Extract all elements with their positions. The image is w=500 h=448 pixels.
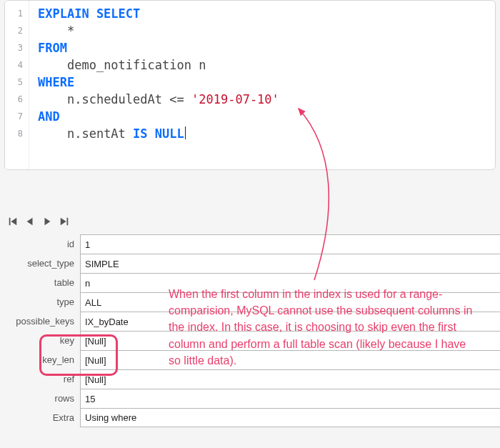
text-cursor [185, 126, 186, 139]
line-number: 4 [5, 56, 29, 74]
sql-keyword-explain-select: EXPLAIN SELECT [38, 6, 140, 21]
sql-editor-pane[interactable]: 1 2 3 4 5 6 7 8 EXPLAIN SELECT * FROM de… [4, 0, 496, 170]
sql-cond1-rhs: '2019-07-10' [191, 92, 279, 106]
prev-record-icon[interactable] [24, 216, 36, 227]
sql-cond1-lhs: n.scheduledAt [67, 92, 162, 106]
sql-keyword-from: FROM [38, 41, 67, 55]
svg-marker-1 [11, 218, 16, 226]
next-record-icon[interactable] [41, 216, 53, 227]
line-number: 3 [5, 39, 29, 56]
sql-table-ident: demo_notification n [67, 58, 206, 72]
line-number: 6 [5, 91, 29, 108]
line-number-gutter: 1 2 3 4 5 6 7 8 [5, 1, 29, 169]
sql-keyword-isnull: IS NULL [133, 126, 184, 141]
line-number: 8 [5, 125, 29, 142]
detail-value-rows[interactable]: 15 [80, 389, 500, 408]
line-number: 7 [5, 108, 29, 125]
detail-label-select-type: select_type [0, 254, 80, 273]
svg-marker-4 [61, 218, 66, 226]
detail-row: id 1 [0, 234, 500, 254]
line-number: 2 [5, 22, 29, 39]
detail-value-select-type[interactable]: SIMPLE [80, 254, 500, 273]
line-number: 5 [5, 74, 29, 91]
detail-row: ref [Null] [0, 369, 500, 389]
sql-star: * [67, 24, 74, 38]
svg-marker-3 [45, 218, 51, 226]
svg-rect-0 [9, 218, 11, 226]
detail-label-possible-keys: possible_keys [0, 312, 80, 331]
detail-row: select_type SIMPLE [0, 254, 500, 273]
svg-marker-2 [27, 218, 33, 226]
line-number: 1 [5, 5, 29, 22]
detail-label-table: table [0, 273, 80, 292]
detail-label-key: key [0, 331, 80, 350]
detail-row: Extra Using where [0, 408, 500, 427]
svg-rect-5 [67, 218, 69, 226]
detail-label-key-len: key_len [0, 350, 80, 369]
last-record-icon[interactable] [59, 216, 70, 227]
record-nav-toolbar [0, 213, 500, 234]
detail-row: rows 15 [0, 389, 500, 408]
sql-cond2-lhs: n.sentAt [67, 126, 126, 141]
detail-value-ref[interactable]: [Null] [80, 369, 500, 389]
sql-keyword-and: AND [38, 109, 60, 124]
annotation-text: When the first column in the index is us… [169, 286, 476, 369]
detail-label-type: type [0, 292, 80, 312]
detail-label-rows: rows [0, 389, 80, 408]
first-record-icon[interactable] [7, 216, 19, 227]
detail-label-ref: ref [0, 369, 80, 389]
detail-value-id[interactable]: 1 [80, 234, 500, 254]
sql-keyword-where: WHERE [38, 75, 74, 89]
sql-cond1-op: <= [169, 92, 184, 106]
detail-label-extra: Extra [0, 408, 80, 427]
detail-label-id: id [0, 234, 80, 254]
sql-code-area[interactable]: EXPLAIN SELECT * FROM demo_notification … [29, 1, 495, 169]
detail-value-extra[interactable]: Using where [80, 408, 500, 427]
